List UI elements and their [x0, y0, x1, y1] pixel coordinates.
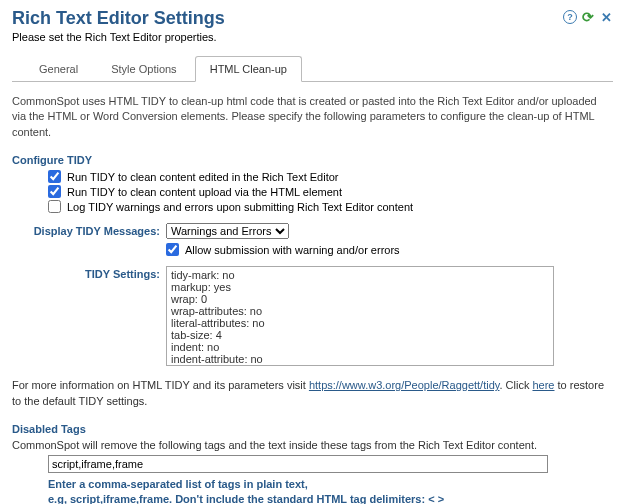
checkbox-run-tidy-edited-label: Run TIDY to clean content edited in the …	[67, 171, 339, 183]
restore-defaults-link[interactable]: here	[532, 379, 554, 391]
tidy-settings-label: TIDY Settings:	[12, 266, 166, 280]
disabled-tags-label: Disabled Tags	[12, 423, 613, 435]
disabled-tags-input[interactable]	[48, 455, 548, 473]
help-icon[interactable]: ?	[563, 10, 577, 24]
checkbox-run-tidy-edited[interactable]	[48, 170, 61, 183]
display-tidy-messages-select[interactable]: Warnings and Errors	[166, 223, 289, 239]
checkbox-run-tidy-upload[interactable]	[48, 185, 61, 198]
page-subtitle: Please set the Rich Text Editor properti…	[12, 31, 613, 43]
tab-general[interactable]: General	[24, 56, 93, 81]
tidy-settings-textarea[interactable]	[166, 266, 554, 366]
checkbox-run-tidy-upload-label: Run TIDY to clean content upload via the…	[67, 186, 342, 198]
tab-bar: General Style Options HTML Clean-up	[12, 55, 613, 82]
tidy-docs-link[interactable]: https://www.w3.org/People/Raggett/tidy	[309, 379, 500, 391]
checkbox-allow-submission[interactable]	[166, 243, 179, 256]
display-tidy-messages-label: Display TIDY Messages:	[12, 225, 166, 237]
refresh-icon[interactable]: ⟳	[581, 10, 595, 24]
intro-text: CommonSpot uses HTML TIDY to clean-up ht…	[12, 94, 613, 140]
disabled-tags-hint-1: Enter a comma-separated list of tags in …	[48, 477, 613, 492]
tab-style-options[interactable]: Style Options	[96, 56, 191, 81]
more-info-text: For more information on HTML TIDY and it…	[12, 378, 613, 409]
close-icon[interactable]: ✕	[599, 10, 613, 24]
checkbox-log-tidy[interactable]	[48, 200, 61, 213]
configure-tidy-label: Configure TIDY	[12, 154, 613, 166]
disabled-tags-desc: CommonSpot will remove the following tag…	[12, 439, 613, 451]
checkbox-log-tidy-label: Log TIDY warnings and errors upon submit…	[67, 201, 413, 213]
tab-html-cleanup[interactable]: HTML Clean-up	[195, 56, 302, 82]
page-title: Rich Text Editor Settings	[12, 8, 225, 29]
disabled-tags-hint-2: e.g, script,iframe,frame. Don't include …	[48, 492, 613, 504]
checkbox-allow-submission-label: Allow submission with warning and/or err…	[185, 244, 400, 256]
